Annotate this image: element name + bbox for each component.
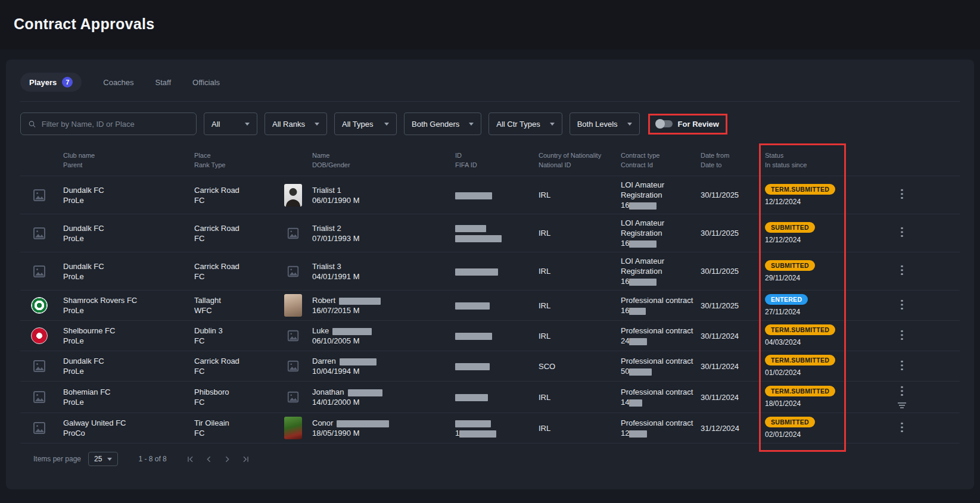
row-menu-button[interactable] — [901, 329, 903, 341]
player-name: Darren — [312, 357, 336, 365]
filter-dropdown-levels[interactable]: Both Levels — [570, 113, 640, 135]
last-page-button[interactable] — [239, 452, 253, 466]
table-row: Dundalk FC ProLe Carrick Road FC Trialis… — [20, 214, 960, 252]
status-since-date: 18/01/2024 — [765, 399, 844, 408]
rank-type: WFC — [194, 305, 274, 315]
search-box — [20, 113, 197, 135]
tab-players[interactable]: Players 7 — [20, 73, 82, 92]
redacted-contract-id — [629, 399, 642, 407]
next-page-button[interactable] — [220, 452, 234, 466]
tab-officials[interactable]: Officials — [192, 78, 220, 87]
items-per-page-label: Items per page — [33, 455, 81, 463]
row-menu-button[interactable] — [901, 385, 903, 397]
chevron-down-icon — [469, 123, 474, 126]
redacted-id — [455, 302, 490, 310]
club-name: Dundalk FC — [63, 185, 189, 195]
redacted-id — [455, 192, 492, 199]
status-badge: SUBMITTED — [765, 222, 815, 233]
club-parent: ProLe — [63, 271, 189, 282]
redacted-id — [455, 363, 490, 370]
table-row: Dundalk FC ProLe Carrick Road FC Darren … — [20, 351, 960, 382]
player-photo — [284, 324, 302, 347]
filter-dropdown-types[interactable]: All Types — [334, 113, 397, 135]
search-input[interactable] — [42, 120, 189, 129]
filter-dropdown-ranks[interactable]: All Ranks — [265, 113, 327, 135]
rank-type: FC — [194, 336, 274, 346]
player-name: Conor — [312, 418, 333, 427]
row-menu-button[interactable] — [901, 264, 903, 276]
table-row: Shamrock Rovers FC ProLe Tallaght WFC Ro… — [20, 290, 960, 321]
status-since-date: 29/11/2024 — [765, 274, 844, 283]
club-name: Dundalk FC — [63, 261, 189, 271]
redacted-contract-id — [629, 279, 657, 286]
players-count-badge: 7 — [62, 77, 73, 88]
player-name: Trialist 2 — [312, 224, 341, 233]
dropdown-value: Both Genders — [412, 120, 459, 129]
club-logo-icon — [31, 420, 48, 436]
image-placeholder-icon — [287, 390, 300, 404]
player-name: Trialist 3 — [312, 262, 341, 271]
filter-dropdown-all[interactable]: All — [204, 113, 257, 135]
club-name: Bohemian FC — [63, 387, 189, 397]
contract-id: 14 — [621, 398, 629, 407]
chevron-down-icon — [107, 458, 112, 461]
country-of-nationality: IRL — [539, 190, 616, 200]
date-from: 30/11/2025 — [701, 266, 760, 276]
redacted-id — [455, 268, 498, 276]
col-header-logo — [20, 148, 63, 176]
status-badge: ENTERED — [765, 294, 808, 305]
place: Tallaght — [194, 295, 274, 305]
table-row: Dundalk FC ProLe Carrick Road FC Trialis… — [20, 252, 960, 290]
date-from: 30/11/2024 — [701, 361, 760, 371]
prev-page-button[interactable] — [202, 452, 216, 466]
club-logo-icon — [31, 358, 48, 374]
club-parent: ProLe — [63, 233, 189, 243]
rank-type: FC — [194, 233, 274, 243]
redacted-contract-id — [629, 368, 652, 376]
date-from: 31/12/2024 — [701, 423, 760, 433]
dropdown-value: Both Levels — [577, 120, 618, 129]
filter-list-icon[interactable] — [897, 402, 907, 409]
row-menu-button[interactable] — [901, 421, 903, 433]
player-dob-gender: 06/01/1990 M — [312, 195, 450, 205]
filter-dropdown-ctr-types[interactable]: All Ctr Types — [489, 113, 562, 135]
col-header-contract: Contract typeContract Id — [621, 148, 701, 176]
player-name: Robert — [312, 296, 335, 305]
player-dob-gender: 06/10/2005 M — [312, 336, 450, 346]
player-photo — [284, 260, 302, 283]
contract-id: 16 — [621, 201, 629, 210]
rank-type: FC — [194, 366, 274, 376]
for-review-toggle[interactable] — [657, 120, 673, 127]
date-from: 30/11/2025 — [701, 301, 760, 311]
col-header-actions — [848, 148, 960, 176]
image-placeholder-icon — [32, 264, 46, 279]
image-placeholder-icon — [32, 359, 46, 373]
contract-type: Professional contract — [621, 387, 696, 397]
row-menu-button[interactable] — [901, 360, 903, 371]
club-logo-icon — [31, 187, 48, 204]
row-menu-button[interactable] — [901, 188, 903, 200]
redacted-contract-id — [629, 338, 647, 345]
redacted-name — [340, 358, 377, 365]
tab-staff[interactable]: Staff — [155, 78, 172, 87]
country-of-nationality: IRL — [539, 423, 616, 433]
col-header-id: IDFIFA ID — [455, 148, 539, 176]
redacted-name — [332, 328, 372, 335]
row-menu-button[interactable] — [901, 299, 903, 311]
tabs: Players 7 Coaches Staff Officials — [20, 71, 960, 102]
page-size-select[interactable]: 25 — [88, 452, 118, 466]
tab-coaches[interactable]: Coaches — [103, 78, 133, 87]
table-body: Dundalk FC ProLe Carrick Road FC Trialis… — [20, 176, 960, 443]
date-from: 30/11/2024 — [701, 331, 760, 341]
image-placeholder-icon — [287, 360, 300, 373]
filter-dropdown-genders[interactable]: Both Genders — [404, 113, 481, 135]
contract-id: 16 — [621, 239, 629, 248]
first-page-button[interactable] — [183, 452, 197, 466]
country-of-nationality: IRL — [539, 392, 616, 402]
player-name: Jonathan — [312, 388, 344, 396]
player-dob-gender: 10/04/1994 M — [312, 366, 450, 376]
redacted-fifa-id — [455, 235, 502, 242]
row-menu-button[interactable] — [901, 226, 903, 238]
contract-id: 24 — [621, 336, 629, 345]
next-page-icon — [222, 454, 232, 464]
